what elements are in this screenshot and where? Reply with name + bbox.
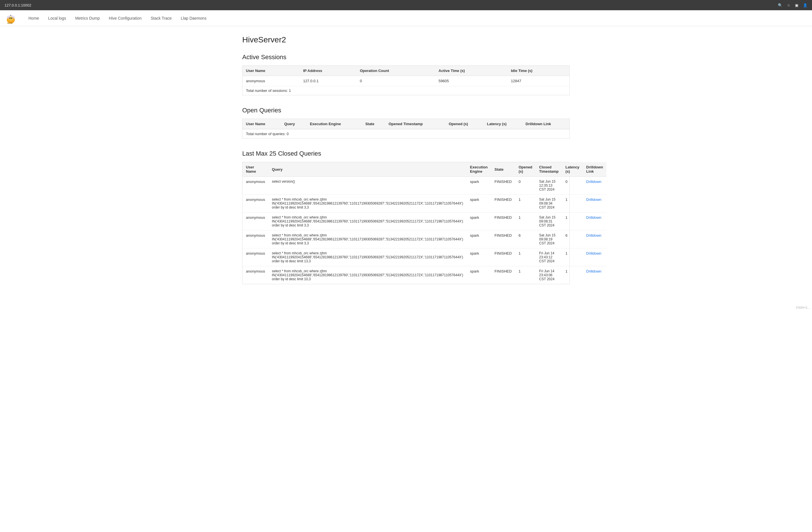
closed-queries-title: Last Max 25 Closed Queries (242, 150, 570, 157)
cell-user-name: anonymous (243, 230, 269, 248)
col-opened: Opened (s) (515, 162, 536, 177)
cell-latency: 1 (562, 248, 583, 266)
nav-logo: HIVE (4, 12, 17, 25)
col-execution-engine: Execution Engine (306, 119, 362, 129)
nav-item-metrics-dump[interactable]: Metrics Dump (71, 14, 104, 22)
table-row: anonymous select * from mhcxb_orc where … (243, 212, 607, 230)
active-sessions-section: Active Sessions User Name IP Address Ope… (242, 54, 570, 95)
open-queries-total: Total number of queries: 0 (243, 129, 569, 138)
open-queries-table: User Name Query Execution Engine State O… (243, 119, 569, 129)
cell-drilldown[interactable]: Drilldown (583, 266, 607, 284)
cell-query: select * from mhcxb_orc where zjhm IN('4… (269, 195, 467, 212)
svg-point-5 (11, 18, 12, 19)
col-opened-timestamp: Opened Timestamp (385, 119, 446, 129)
cell-closed-timestamp: Sat Jun 15 09:08:19 CST 2024 (536, 230, 562, 248)
closed-queries-table: User Name Query Execution Engine State O… (243, 162, 607, 284)
cell-state: FINISHED (491, 230, 515, 248)
cell-opened: 1 (515, 266, 536, 284)
cell-query: select * from mhcxb_orc where zjhm IN('4… (269, 212, 467, 230)
cell-opened: 1 (515, 248, 536, 266)
table-row: anonymous select * from mhcxb_orc where … (243, 230, 607, 248)
cell-latency: 6 (562, 230, 583, 248)
cell-active-time: 59605 (435, 76, 508, 86)
cell-execution-engine: spark (467, 195, 491, 212)
cell-query: select * from mhcxb_orc where zjhm IN('4… (269, 248, 467, 266)
col-state: State (362, 119, 385, 129)
nav-links: Home Local logs Metrics Dump Hive Config… (24, 14, 211, 22)
cell-ip-address: 127.0.0.1 (300, 76, 357, 86)
col-query: Query (269, 162, 467, 177)
svg-point-4 (10, 18, 11, 19)
cell-drilldown[interactable]: Drilldown (583, 230, 607, 248)
cell-drilldown[interactable]: Drilldown (583, 195, 607, 212)
col-user-name: User Name (243, 162, 269, 177)
copyright-notice: ©SSH 0... (0, 305, 812, 310)
active-sessions-title: Active Sessions (242, 54, 570, 61)
table-row: anonymous select version() spark FINISHE… (243, 177, 607, 195)
col-active-time: Active Time (s) (435, 66, 508, 76)
cell-user-name: anonymous (243, 177, 269, 195)
cell-query: select version() (269, 177, 467, 195)
cell-drilldown[interactable]: Drilldown (583, 177, 607, 195)
cell-query: select * from mhcxb_orc where zjhm IN('4… (269, 266, 467, 284)
nav-item-stack-trace[interactable]: Stack Trace (146, 14, 176, 22)
cell-state: FINISHED (491, 266, 515, 284)
table-row: anonymous select * from mhcxb_orc where … (243, 195, 607, 212)
cell-opened: 6 (515, 230, 536, 248)
col-ip-address: IP Address (300, 66, 357, 76)
cell-state: FINISHED (491, 212, 515, 230)
drilldown-link[interactable]: Drilldown (586, 233, 601, 238)
col-user-name: User Name (243, 66, 300, 76)
cell-closed-timestamp: Fri Jun 14 23:43:12 CST 2024 (536, 248, 562, 266)
browser-address: 127.0.0.1:10002 (4, 3, 778, 8)
cell-execution-engine: spark (467, 177, 491, 195)
col-user-name: User Name (243, 119, 281, 129)
table-row: anonymous select * from mhcxb_orc where … (243, 248, 607, 266)
browser-icons: 🔍 ☆ ▣ 👤 (778, 3, 808, 8)
cell-idle-time: 12847 (508, 76, 569, 86)
table-row: anonymous select * from mhcxb_orc where … (243, 266, 607, 284)
active-sessions-total: Total number of sessions: 1 (243, 86, 569, 95)
drilldown-link[interactable]: Drilldown (586, 251, 601, 255)
col-drilldown: Drilldown Link (583, 162, 607, 177)
open-queries-section: Open Queries User Name Query Execution E… (242, 107, 570, 139)
cell-user-name: anonymous (243, 248, 269, 266)
cell-latency: 1 (562, 266, 583, 284)
nav-item-local-logs[interactable]: Local logs (44, 14, 71, 22)
account-icon[interactable]: 👤 (803, 3, 808, 8)
cell-query: select * from mhcxb_orc where zjhm IN('4… (269, 230, 467, 248)
open-queries-title: Open Queries (242, 107, 570, 114)
nav-item-home[interactable]: Home (24, 14, 44, 22)
cell-latency: 1 (562, 195, 583, 212)
nav-item-llap-daemons[interactable]: Llap Daemons (176, 14, 211, 22)
star-icon[interactable]: ☆ (787, 3, 791, 8)
search-icon[interactable]: 🔍 (778, 3, 782, 8)
hive-logo-icon: HIVE (4, 12, 17, 25)
cell-execution-engine: spark (467, 248, 491, 266)
col-state: State (491, 162, 515, 177)
cell-state: FINISHED (491, 248, 515, 266)
cell-drilldown[interactable]: Drilldown (583, 212, 607, 230)
drilldown-link[interactable]: Drilldown (586, 215, 601, 220)
drilldown-link[interactable]: Drilldown (586, 197, 601, 202)
col-idle-time: Idle Time (s) (508, 66, 569, 76)
cell-user-name: anonymous (243, 212, 269, 230)
nav-item-hive-configuration[interactable]: Hive Configuration (104, 14, 146, 22)
cell-opened: 0 (515, 177, 536, 195)
extensions-icon[interactable]: ▣ (795, 3, 798, 8)
col-operation-count: Operation Count (357, 66, 435, 76)
cell-execution-engine: spark (467, 212, 491, 230)
cell-user-name: anonymous (243, 195, 269, 212)
drilldown-link[interactable]: Drilldown (586, 180, 601, 184)
drilldown-link[interactable]: Drilldown (586, 269, 601, 274)
nav-bar: HIVE Home Local logs Metrics Dump Hive C… (0, 10, 812, 26)
active-sessions-table: User Name IP Address Operation Count Act… (243, 66, 569, 86)
cell-opened: 1 (515, 212, 536, 230)
cell-drilldown[interactable]: Drilldown (583, 248, 607, 266)
col-closed-timestamp: Closed Timestamp (536, 162, 562, 177)
table-row: anonymous 127.0.0.1 0 59605 12847 (243, 76, 569, 86)
svg-text:HIVE: HIVE (8, 22, 13, 25)
col-execution-engine: Execution Engine (467, 162, 491, 177)
col-query: Query (281, 119, 306, 129)
cell-user-name: anonymous (243, 266, 269, 284)
